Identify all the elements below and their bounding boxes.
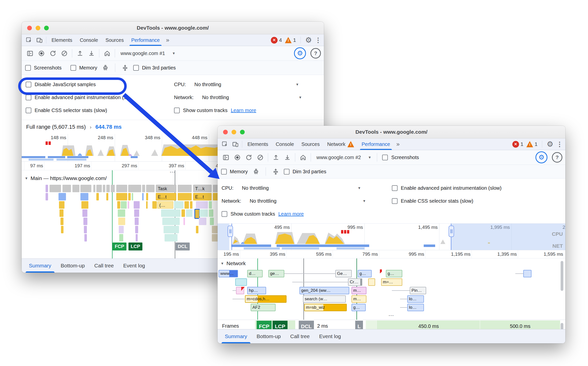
- dim-3rd-parties-checkbox[interactable]: [133, 65, 139, 71]
- disclosure-triangle-icon[interactable]: ▼: [221, 261, 224, 265]
- network-request[interactable]: hp…: [247, 287, 266, 294]
- network-request[interactable]: [523, 270, 531, 277]
- home-icon[interactable]: [298, 152, 308, 163]
- home-icon[interactable]: [102, 48, 112, 59]
- network-request[interactable]: Cr…: [348, 278, 362, 286]
- network-request[interactable]: search (w…: [303, 295, 346, 303]
- tab-elements[interactable]: Elements: [48, 34, 76, 46]
- network-request[interactable]: g…: [352, 304, 366, 311]
- dcl-marker-chip[interactable]: DCL: [176, 243, 190, 250]
- tab-call-tree[interactable]: Call tree: [90, 259, 118, 273]
- more-tabs-icon[interactable]: »: [164, 34, 172, 46]
- screenshots-checkbox[interactable]: [25, 65, 31, 71]
- close-window-button[interactable]: [27, 26, 32, 30]
- tab-summary[interactable]: Summary: [220, 329, 252, 343]
- main-track-header[interactable]: ▼ Main — https://www.google.com/: [25, 175, 107, 181]
- tab-event-log[interactable]: Event log: [314, 329, 346, 343]
- target-selector[interactable]: www.google.com #2 ▼: [313, 155, 374, 160]
- target-selector[interactable]: www.google.com #1 ▼: [118, 51, 178, 56]
- upload-profile-icon[interactable]: [75, 48, 85, 59]
- zoom-window-button[interactable]: [44, 26, 49, 30]
- selection-handle-left[interactable]: [228, 226, 233, 237]
- fcp-marker-chip[interactable]: FCP: [113, 243, 126, 250]
- collapse-icon[interactable]: [270, 166, 281, 177]
- network-request[interactable]: d…: [247, 270, 263, 277]
- gc-brush-icon[interactable]: [100, 62, 111, 73]
- device-toolbar-icon[interactable]: [230, 138, 240, 150]
- flame-event-task[interactable]: Task: [156, 185, 176, 192]
- css-selector-stats-checkbox[interactable]: [26, 108, 31, 113]
- tab-console[interactable]: Console: [76, 34, 102, 46]
- settings-gear-icon[interactable]: ⚙: [305, 36, 312, 44]
- tab-bottom-up[interactable]: Bottom-up: [56, 259, 90, 273]
- network-request[interactable]: lo…: [407, 304, 424, 311]
- network-request[interactable]: [235, 278, 247, 286]
- network-request[interactable]: AF2: [251, 304, 276, 311]
- minimize-window-button[interactable]: [36, 26, 40, 30]
- tab-sources[interactable]: Sources: [102, 34, 127, 46]
- learn-more-link[interactable]: Learn more: [231, 108, 256, 113]
- memory-checkbox[interactable]: [70, 65, 76, 71]
- tab-event-log[interactable]: Event log: [118, 259, 150, 273]
- upload-profile-icon[interactable]: [271, 152, 281, 163]
- close-window-button[interactable]: [223, 130, 228, 134]
- flame-event-evaluate-script[interactable]: E…t: [156, 193, 176, 200]
- performance-settings-gear-icon[interactable]: ⚙: [294, 47, 306, 59]
- cpu-throttling-select[interactable]: No throttling: [242, 185, 269, 191]
- custom-tracks-checkbox[interactable]: [222, 211, 227, 217]
- kebab-menu-icon[interactable]: ⋮: [556, 140, 563, 148]
- selection-handle-right[interactable]: [449, 226, 454, 237]
- zoom-window-button[interactable]: [240, 130, 245, 134]
- record-and-reload-button[interactable]: [243, 152, 254, 163]
- network-track-header[interactable]: ▼ Network: [221, 260, 246, 266]
- clear-recording-button[interactable]: [59, 48, 69, 59]
- advanced-paint-checkbox[interactable]: [392, 185, 398, 191]
- warning-badge[interactable]: ! 1: [285, 37, 296, 43]
- disclosure-triangle-icon[interactable]: ▼: [25, 176, 28, 180]
- network-request[interactable]: m…: [352, 295, 366, 303]
- flame-event-anonymous[interactable]: (…: [157, 201, 173, 209]
- tab-network[interactable]: Network !: [323, 138, 358, 150]
- download-profile-icon[interactable]: [86, 48, 97, 59]
- lcp-marker-chip[interactable]: LCP: [128, 243, 142, 250]
- overflow-dots[interactable]: ⋯: [388, 312, 394, 319]
- flame-event-evaluate-script[interactable]: E…t: [193, 193, 212, 200]
- inspect-element-icon[interactable]: [24, 34, 34, 46]
- custom-tracks-checkbox[interactable]: [174, 108, 180, 113]
- dim-3rd-parties-checkbox[interactable]: [284, 169, 290, 175]
- tab-call-tree[interactable]: Call tree: [286, 329, 314, 343]
- network-request[interactable]: www…: [219, 270, 238, 277]
- selected-range-crumb[interactable]: 644.78 ms: [95, 124, 121, 130]
- vertical-scrollbar[interactable]: [561, 323, 563, 330]
- record-button[interactable]: [232, 152, 242, 163]
- error-badge[interactable]: ✕ 1: [512, 141, 524, 148]
- vertical-scrollbar[interactable]: [561, 261, 563, 291]
- network-request[interactable]: g…: [358, 270, 372, 277]
- help-icon[interactable]: ?: [310, 48, 321, 59]
- more-tabs-icon[interactable]: »: [394, 138, 402, 150]
- toggle-sidebar-icon[interactable]: [221, 152, 231, 163]
- network-request[interactable]: g…: [386, 270, 402, 277]
- selected-flame-event[interactable]: [194, 209, 200, 219]
- tab-bottom-up[interactable]: Bottom-up: [252, 329, 286, 343]
- performance-settings-gear-icon[interactable]: ⚙: [535, 151, 547, 163]
- network-request[interactable]: m=cdos,h…: [245, 295, 287, 303]
- tab-performance[interactable]: Performance: [358, 138, 394, 150]
- record-button[interactable]: [36, 48, 47, 59]
- tab-sources[interactable]: Sources: [298, 138, 323, 150]
- advanced-paint-checkbox[interactable]: [26, 95, 31, 100]
- gc-brush-icon[interactable]: [251, 166, 261, 177]
- toggle-sidebar-icon[interactable]: [25, 48, 35, 59]
- help-icon[interactable]: ?: [552, 152, 562, 163]
- inspect-element-icon[interactable]: [220, 138, 230, 150]
- learn-more-link[interactable]: Learn more: [278, 211, 304, 217]
- error-badge[interactable]: ✕ 4: [271, 37, 282, 44]
- network-request[interactable]: m=…: [381, 278, 402, 286]
- full-range-crumb[interactable]: Full range (5,607.15 ms): [26, 124, 86, 130]
- kebab-menu-icon[interactable]: ⋮: [315, 36, 321, 44]
- minimize-window-button[interactable]: [232, 130, 236, 134]
- record-and-reload-button[interactable]: [48, 48, 58, 59]
- network-request[interactable]: Pin…: [410, 287, 426, 294]
- tab-elements[interactable]: Elements: [244, 138, 272, 150]
- network-request[interactable]: m=sb_wiz: [304, 304, 347, 311]
